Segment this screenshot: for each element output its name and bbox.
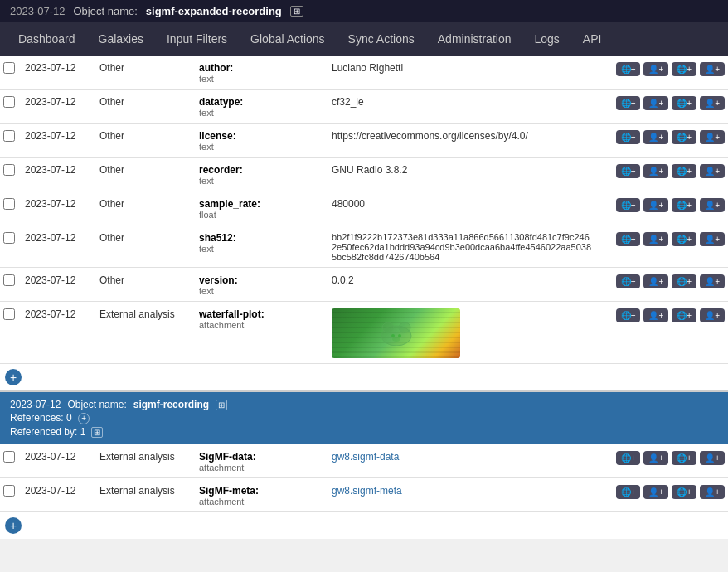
user-add-btn-2[interactable]: 👤+ — [700, 198, 725, 212]
nav-global-actions[interactable]: Global Actions — [239, 22, 337, 56]
row-value: bb2f1f9222b172373e81d333a11a866d56611308… — [332, 230, 592, 262]
globe-add-btn-1[interactable]: 🌐+ — [616, 62, 641, 76]
add-row-btn-section2[interactable]: + — [5, 517, 22, 534]
row-field: author: text — [199, 61, 332, 84]
user-add-btn-1[interactable]: 👤+ — [643, 96, 668, 110]
top-bar-expand-icon[interactable]: ⊞ — [290, 6, 303, 17]
row-type: Other — [99, 95, 199, 108]
row-checkbox[interactable] — [3, 130, 15, 142]
section2-date: 2023-07-12 — [10, 399, 61, 410]
user-add-btn-2[interactable]: 👤+ — [700, 62, 725, 76]
section2-ref-add-icon[interactable]: + — [78, 413, 90, 424]
globe-add-btn-2[interactable]: 🌐+ — [672, 130, 696, 144]
globe-add-btn-2[interactable]: 🌐+ — [672, 308, 696, 322]
user-add-btn-2[interactable]: 👤+ — [700, 164, 725, 178]
table-row: 2023-07-12 External analysis waterfall-p… — [0, 302, 728, 364]
user-add-btn-1[interactable]: 👤+ — [643, 164, 668, 178]
section2-refby-expand[interactable]: ⊞ — [91, 427, 103, 438]
sigmf-data-link[interactable]: gw8.sigmf-data — [332, 451, 399, 463]
row-checkbox[interactable] — [3, 96, 15, 108]
section-2-footer: + — [0, 512, 728, 539]
table-row: 2023-07-12 Other sample_rate: float 4800… — [0, 191, 728, 225]
waterfall-image[interactable] — [332, 308, 460, 358]
table-row: 2023-07-12 External analysis SigMF-data:… — [0, 444, 728, 478]
row-actions: 🌐+ 👤+ 🌐+ 👤+ — [592, 128, 725, 144]
nav-galaxies[interactable]: Galaxies — [87, 22, 155, 56]
globe-add-btn-2[interactable]: 🌐+ — [672, 485, 696, 499]
user-add-btn-1[interactable]: 👤+ — [643, 274, 668, 288]
user-add-btn-2[interactable]: 👤+ — [700, 130, 725, 144]
globe-add-btn-2[interactable]: 🌐+ — [672, 96, 696, 110]
row-value: cf32_le — [332, 95, 592, 108]
globe-add-btn-1[interactable]: 🌐+ — [616, 96, 641, 110]
section2-obj-name: sigmf-recording — [133, 399, 209, 410]
user-add-btn-1[interactable]: 👤+ — [643, 62, 668, 76]
field-name: version: — [199, 274, 332, 286]
row-checkbox[interactable] — [3, 451, 15, 463]
nav-dashboard[interactable]: Dashboard — [7, 22, 87, 56]
nav-administration[interactable]: Administration — [426, 22, 523, 56]
row-checkbox[interactable] — [3, 308, 15, 320]
table-row: 2023-07-12 Other author: text Luciano Ri… — [0, 56, 728, 90]
globe-add-btn-2[interactable]: 🌐+ — [672, 232, 696, 246]
row-checkbox[interactable] — [3, 232, 15, 244]
nav-sync-actions[interactable]: Sync Actions — [337, 22, 426, 56]
table-section-1: 2023-07-12 Other author: text Luciano Ri… — [0, 56, 728, 364]
globe-add-btn-1[interactable]: 🌐+ — [616, 485, 641, 499]
nav-logs[interactable]: Logs — [522, 22, 570, 56]
user-add-btn-2[interactable]: 👤+ — [700, 451, 725, 465]
user-add-btn-1[interactable]: 👤+ — [643, 451, 668, 465]
row-checkbox[interactable] — [3, 198, 15, 210]
row-checkbox[interactable] — [3, 164, 15, 176]
globe-add-btn-1[interactable]: 🌐+ — [616, 198, 641, 212]
row-field: license: text — [199, 128, 332, 152]
user-add-btn-2[interactable]: 👤+ — [700, 232, 725, 246]
row-value: Luciano Righetti — [332, 61, 592, 74]
row-date: 2023-07-12 — [25, 230, 99, 244]
globe-add-btn-1[interactable]: 🌐+ — [616, 130, 641, 144]
nav-api[interactable]: API — [571, 22, 614, 56]
row-actions: 🌐+ 👤+ 🌐+ 👤+ — [592, 230, 725, 246]
row-checkbox[interactable] — [3, 62, 15, 74]
field-type: text — [199, 176, 332, 186]
add-row-btn-section1[interactable]: + — [5, 369, 22, 385]
row-value — [332, 307, 592, 358]
row-actions: 🌐+ 👤+ 🌐+ 👤+ — [592, 273, 725, 288]
user-add-btn-1[interactable]: 👤+ — [643, 485, 668, 499]
globe-add-btn-2[interactable]: 🌐+ — [672, 62, 696, 76]
globe-add-btn-1[interactable]: 🌐+ — [616, 451, 641, 465]
row-actions: 🌐+ 👤+ 🌐+ 👤+ — [592, 95, 725, 110]
user-add-btn-2[interactable]: 👤+ — [700, 96, 725, 110]
globe-add-btn-1[interactable]: 🌐+ — [616, 232, 641, 246]
sigmf-meta-link[interactable]: gw8.sigmf-meta — [332, 485, 402, 497]
section-1-footer: + — [0, 364, 728, 392]
nav-bar: Dashboard Galaxies Input Filters Global … — [0, 22, 728, 56]
row-date: 2023-07-12 — [25, 449, 99, 463]
nav-input-filters[interactable]: Input Filters — [155, 22, 239, 56]
user-add-btn-2[interactable]: 👤+ — [700, 485, 725, 499]
user-add-btn-2[interactable]: 👤+ — [700, 274, 725, 288]
field-type: attachment — [199, 497, 332, 507]
globe-add-btn-2[interactable]: 🌐+ — [672, 451, 696, 465]
section2-expand-icon[interactable]: ⊞ — [216, 400, 227, 410]
globe-add-btn-1[interactable]: 🌐+ — [616, 274, 641, 288]
globe-add-btn-2[interactable]: 🌐+ — [672, 274, 696, 288]
user-add-btn-1[interactable]: 👤+ — [643, 198, 668, 212]
row-checkbox[interactable] — [3, 485, 15, 497]
table-row: 2023-07-12 Other version: text 0.0.2 🌐+ … — [0, 268, 728, 302]
user-add-btn-2[interactable]: 👤+ — [700, 308, 725, 322]
globe-add-btn-1[interactable]: 🌐+ — [616, 308, 641, 322]
globe-add-btn-2[interactable]: 🌐+ — [672, 198, 696, 212]
user-add-btn-1[interactable]: 👤+ — [643, 232, 668, 246]
top-bar: 2023-07-12 Object name: sigmf-expanded-r… — [0, 0, 728, 22]
row-field: SigMF-meta: attachment — [199, 483, 332, 507]
field-name: SigMF-meta: — [199, 485, 332, 497]
row-field: waterfall-plot: attachment — [199, 307, 332, 330]
field-name: waterfall-plot: — [199, 308, 332, 320]
user-add-btn-1[interactable]: 👤+ — [643, 308, 668, 322]
globe-add-btn-2[interactable]: 🌐+ — [672, 164, 696, 178]
row-checkbox[interactable] — [3, 274, 15, 286]
svg-point-1 — [382, 322, 394, 332]
user-add-btn-1[interactable]: 👤+ — [643, 130, 668, 144]
globe-add-btn-1[interactable]: 🌐+ — [616, 164, 641, 178]
